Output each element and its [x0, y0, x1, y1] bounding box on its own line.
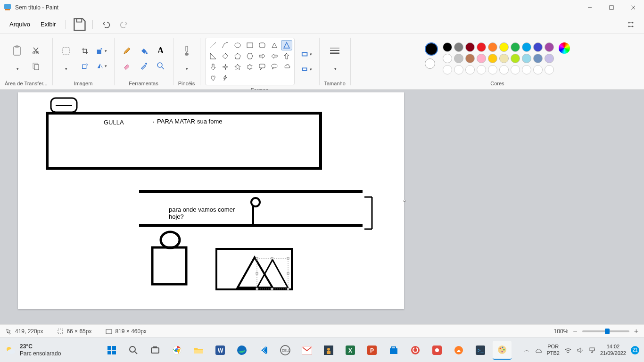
color-swatch[interactable] [533, 42, 543, 52]
select-dropdown[interactable]: ▾ [58, 62, 74, 75]
color-swatch[interactable] [443, 54, 452, 63]
color-swatch[interactable] [522, 42, 531, 52]
taskview-button[interactable] [146, 341, 165, 360]
weather-widget[interactable]: 23°CParc ensolarado [5, 343, 90, 357]
cut-button[interactable] [28, 44, 43, 58]
color-swatch[interactable] [488, 54, 497, 63]
size-button[interactable] [326, 41, 343, 60]
recorder-icon[interactable] [428, 341, 446, 360]
minimize-button[interactable] [579, 0, 601, 15]
zoom-in-button[interactable]: + [634, 327, 638, 336]
color-swatch-empty[interactable] [511, 65, 520, 74]
color2-button[interactable] [425, 58, 435, 69]
start-button[interactable] [102, 341, 121, 360]
shape-rect[interactable] [244, 40, 256, 50]
chrome-icon[interactable] [167, 341, 186, 360]
shape-arrow-right[interactable] [256, 51, 268, 61]
color-swatch-empty[interactable] [477, 65, 486, 74]
color-swatch[interactable] [465, 42, 475, 52]
shape-callout-cloud[interactable] [281, 62, 292, 72]
shape-right-triangle[interactable] [207, 51, 219, 61]
shape-curve[interactable] [220, 40, 231, 50]
copy-button[interactable] [28, 59, 43, 73]
color-swatch-empty[interactable] [522, 65, 531, 74]
gmail-icon[interactable] [297, 341, 316, 360]
zoom-out-button[interactable]: − [573, 327, 577, 336]
shape-star6[interactable] [244, 62, 256, 72]
color-swatch-empty[interactable] [443, 65, 452, 74]
picker-tool[interactable] [136, 59, 151, 73]
brush-button[interactable] [178, 41, 195, 60]
notification-badge[interactable]: 21 [631, 346, 639, 354]
undo-button[interactable] [99, 17, 114, 32]
language-indicator[interactable]: PORPTB2 [546, 344, 560, 356]
powerpoint-icon[interactable]: P [363, 341, 381, 360]
edge-icon[interactable] [232, 341, 251, 360]
color-swatch[interactable] [522, 54, 531, 63]
tray-chevron-icon[interactable]: ︿ [524, 346, 529, 354]
shape-lightning[interactable] [220, 73, 231, 83]
shape-oval[interactable] [232, 40, 243, 50]
explorer-icon[interactable] [189, 341, 208, 360]
shape-roundrect[interactable] [256, 40, 268, 50]
select-button[interactable] [58, 41, 74, 60]
color-swatch[interactable] [454, 54, 463, 63]
color-swatch[interactable] [499, 54, 509, 63]
size-dropdown[interactable]: ▾ [327, 62, 342, 75]
shape-fill-button[interactable]: ▾ [299, 63, 314, 76]
resize-button[interactable]: ▾ [94, 44, 109, 58]
shape-outline-button[interactable]: ▾ [299, 48, 314, 61]
paint-taskbar-icon[interactable] [493, 341, 512, 360]
clock[interactable]: 14:0221/09/2022 [600, 344, 626, 356]
color-swatch-empty[interactable] [545, 65, 554, 74]
color-swatch-empty[interactable] [465, 65, 475, 74]
flip-button[interactable]: ▾ [94, 59, 109, 73]
save-button[interactable] [72, 17, 87, 32]
shape-hexagon[interactable] [244, 51, 256, 61]
color-swatch[interactable] [499, 42, 509, 52]
pencil-tool[interactable] [119, 44, 134, 58]
word-icon[interactable]: W [211, 341, 230, 360]
shape-pentagon[interactable] [232, 51, 243, 61]
app-icon-1[interactable] [319, 341, 338, 360]
terminal-icon[interactable]: >_ [471, 341, 490, 360]
dell-icon[interactable]: DELL [276, 341, 295, 360]
workspace[interactable]: GULLA PARA MATAR sua fome para onde vamo… [0, 90, 644, 324]
maximize-button[interactable] [601, 0, 622, 15]
search-button[interactable] [124, 341, 143, 360]
color-swatch-empty[interactable] [454, 65, 463, 74]
battery-icon[interactable] [589, 346, 595, 354]
vscode-icon[interactable] [254, 341, 273, 360]
paste-dropdown[interactable]: ▾ [9, 62, 25, 75]
color-swatch[interactable] [511, 54, 520, 63]
settings-button[interactable] [623, 17, 638, 32]
color-picker-button[interactable] [559, 42, 570, 54]
shape-polygon[interactable] [269, 40, 280, 50]
eraser-tool[interactable] [119, 59, 134, 73]
shapes-gallery[interactable] [205, 38, 295, 85]
shape-star4[interactable] [220, 62, 231, 72]
close-button[interactable] [622, 0, 644, 15]
shape-arrow-up[interactable] [281, 51, 292, 61]
color-swatch[interactable] [454, 42, 463, 52]
excel-icon[interactable]: X [341, 341, 360, 360]
color-swatch[interactable] [545, 54, 554, 63]
shape-heart[interactable] [207, 73, 219, 83]
text-tool[interactable]: A [153, 44, 168, 58]
color-swatch[interactable] [488, 42, 497, 52]
volume-icon[interactable] [577, 347, 584, 354]
shape-callout-oval[interactable] [269, 62, 280, 72]
onedrive-icon[interactable] [534, 346, 542, 354]
shape-star5[interactable] [232, 62, 243, 72]
shape-diamond[interactable] [220, 51, 231, 61]
canvas[interactable]: GULLA PARA MATAR sua fome para onde vamo… [18, 92, 404, 309]
ccleaner-icon[interactable] [406, 341, 425, 360]
zoom-tool[interactable] [153, 59, 168, 73]
color-swatch-empty[interactable] [533, 65, 543, 74]
color-swatch[interactable] [545, 42, 554, 52]
redo-button[interactable] [116, 17, 132, 32]
color-swatch[interactable] [533, 54, 543, 63]
shape-arrow-left[interactable] [269, 51, 280, 61]
color-swatch[interactable] [443, 42, 452, 52]
brush-dropdown[interactable]: ▾ [179, 62, 194, 75]
